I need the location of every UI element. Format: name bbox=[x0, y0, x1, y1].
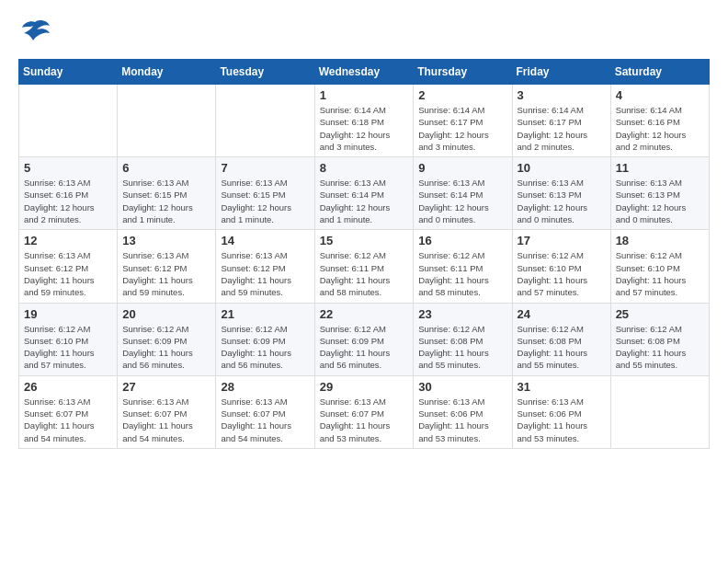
day-cell: 16Sunrise: 6:12 AMSunset: 6:11 PMDayligh… bbox=[414, 230, 512, 303]
day-info: Sunrise: 6:12 AMSunset: 6:10 PMDaylight:… bbox=[616, 249, 704, 298]
day-cell: 17Sunrise: 6:12 AMSunset: 6:10 PMDayligh… bbox=[512, 230, 610, 303]
day-cell: 8Sunrise: 6:13 AMSunset: 6:14 PMDaylight… bbox=[314, 157, 414, 230]
day-cell: 21Sunrise: 6:12 AMSunset: 6:09 PMDayligh… bbox=[216, 303, 314, 375]
day-info: Sunrise: 6:13 AMSunset: 6:07 PMDaylight:… bbox=[320, 396, 409, 444]
day-info: Sunrise: 6:12 AMSunset: 6:09 PMDaylight:… bbox=[122, 323, 210, 372]
day-info: Sunrise: 6:14 AMSunset: 6:17 PMDaylight:… bbox=[418, 104, 506, 153]
day-info: Sunrise: 6:12 AMSunset: 6:08 PMDaylight:… bbox=[518, 323, 606, 372]
day-info: Sunrise: 6:12 AMSunset: 6:10 PMDaylight:… bbox=[518, 249, 606, 298]
weekday-header-tuesday: Tuesday bbox=[216, 60, 314, 85]
weekday-header-saturday: Saturday bbox=[610, 60, 709, 85]
day-info: Sunrise: 6:13 AMSunset: 6:07 PMDaylight:… bbox=[24, 396, 112, 444]
day-cell: 7Sunrise: 6:13 AMSunset: 6:15 PMDaylight… bbox=[216, 157, 314, 230]
weekday-header-thursday: Thursday bbox=[414, 60, 512, 85]
weekday-header-friday: Friday bbox=[512, 60, 610, 85]
week-row-5: 26Sunrise: 6:13 AMSunset: 6:07 PMDayligh… bbox=[19, 375, 710, 448]
day-cell: 25Sunrise: 6:12 AMSunset: 6:08 PMDayligh… bbox=[610, 303, 709, 375]
day-info: Sunrise: 6:13 AMSunset: 6:06 PMDaylight:… bbox=[418, 396, 506, 444]
day-number: 17 bbox=[518, 234, 606, 247]
day-number: 19 bbox=[24, 307, 112, 321]
calendar: SundayMondayTuesdayWednesdayThursdayFrid… bbox=[18, 59, 710, 449]
day-cell: 28Sunrise: 6:13 AMSunset: 6:07 PMDayligh… bbox=[216, 375, 314, 448]
day-number: 30 bbox=[418, 380, 506, 394]
day-info: Sunrise: 6:14 AMSunset: 6:18 PMDaylight:… bbox=[320, 104, 409, 153]
day-info: Sunrise: 6:12 AMSunset: 6:09 PMDaylight:… bbox=[221, 323, 309, 372]
logo bbox=[18, 18, 55, 44]
day-cell: 18Sunrise: 6:12 AMSunset: 6:10 PMDayligh… bbox=[610, 230, 709, 303]
day-info: Sunrise: 6:13 AMSunset: 6:15 PMDaylight:… bbox=[122, 177, 210, 225]
day-info: Sunrise: 6:12 AMSunset: 6:08 PMDaylight:… bbox=[616, 323, 704, 372]
day-cell: 15Sunrise: 6:12 AMSunset: 6:11 PMDayligh… bbox=[314, 230, 414, 303]
day-info: Sunrise: 6:13 AMSunset: 6:13 PMDaylight:… bbox=[616, 177, 704, 225]
day-cell: 19Sunrise: 6:12 AMSunset: 6:10 PMDayligh… bbox=[19, 303, 118, 375]
day-cell: 20Sunrise: 6:12 AMSunset: 6:09 PMDayligh… bbox=[118, 303, 216, 375]
day-cell: 22Sunrise: 6:12 AMSunset: 6:09 PMDayligh… bbox=[314, 303, 414, 375]
day-number: 16 bbox=[418, 234, 506, 247]
day-number: 26 bbox=[24, 380, 112, 394]
day-cell: 5Sunrise: 6:13 AMSunset: 6:16 PMDaylight… bbox=[19, 157, 118, 230]
day-cell bbox=[118, 85, 216, 157]
day-number: 21 bbox=[221, 307, 309, 321]
day-number: 20 bbox=[122, 307, 210, 321]
day-number: 24 bbox=[518, 307, 606, 321]
day-number: 2 bbox=[418, 88, 506, 102]
day-info: Sunrise: 6:14 AMSunset: 6:16 PMDaylight:… bbox=[616, 104, 704, 153]
logo-icon bbox=[18, 18, 51, 44]
day-info: Sunrise: 6:13 AMSunset: 6:12 PMDaylight:… bbox=[24, 249, 112, 298]
day-cell: 30Sunrise: 6:13 AMSunset: 6:06 PMDayligh… bbox=[414, 375, 512, 448]
day-number: 31 bbox=[518, 380, 606, 394]
day-number: 15 bbox=[320, 234, 409, 247]
day-cell: 12Sunrise: 6:13 AMSunset: 6:12 PMDayligh… bbox=[19, 230, 118, 303]
day-number: 11 bbox=[616, 161, 704, 175]
day-number: 29 bbox=[320, 380, 409, 394]
day-cell bbox=[216, 85, 314, 157]
day-info: Sunrise: 6:12 AMSunset: 6:11 PMDaylight:… bbox=[320, 249, 409, 298]
day-number: 14 bbox=[221, 234, 309, 247]
weekday-header-monday: Monday bbox=[118, 60, 216, 85]
weekday-header-row: SundayMondayTuesdayWednesdayThursdayFrid… bbox=[19, 60, 710, 85]
day-number: 18 bbox=[616, 234, 704, 247]
day-number: 5 bbox=[24, 161, 112, 175]
week-row-3: 12Sunrise: 6:13 AMSunset: 6:12 PMDayligh… bbox=[19, 230, 710, 303]
day-cell: 11Sunrise: 6:13 AMSunset: 6:13 PMDayligh… bbox=[610, 157, 709, 230]
day-number: 1 bbox=[320, 88, 409, 102]
week-row-1: 1Sunrise: 6:14 AMSunset: 6:18 PMDaylight… bbox=[19, 85, 710, 157]
day-cell: 26Sunrise: 6:13 AMSunset: 6:07 PMDayligh… bbox=[19, 375, 118, 448]
day-cell: 1Sunrise: 6:14 AMSunset: 6:18 PMDaylight… bbox=[314, 85, 414, 157]
day-cell bbox=[19, 85, 118, 157]
day-cell: 29Sunrise: 6:13 AMSunset: 6:07 PMDayligh… bbox=[314, 375, 414, 448]
day-number: 6 bbox=[122, 161, 210, 175]
day-info: Sunrise: 6:12 AMSunset: 6:09 PMDaylight:… bbox=[320, 323, 409, 372]
day-info: Sunrise: 6:12 AMSunset: 6:10 PMDaylight:… bbox=[24, 323, 112, 372]
day-info: Sunrise: 6:13 AMSunset: 6:12 PMDaylight:… bbox=[221, 249, 309, 298]
day-cell: 24Sunrise: 6:12 AMSunset: 6:08 PMDayligh… bbox=[512, 303, 610, 375]
day-number: 23 bbox=[418, 307, 506, 321]
day-number: 8 bbox=[320, 161, 409, 175]
day-cell: 14Sunrise: 6:13 AMSunset: 6:12 PMDayligh… bbox=[216, 230, 314, 303]
day-info: Sunrise: 6:13 AMSunset: 6:14 PMDaylight:… bbox=[418, 177, 506, 225]
day-cell: 4Sunrise: 6:14 AMSunset: 6:16 PMDaylight… bbox=[610, 85, 709, 157]
day-number: 13 bbox=[122, 234, 210, 247]
day-cell: 9Sunrise: 6:13 AMSunset: 6:14 PMDaylight… bbox=[414, 157, 512, 230]
weekday-header-wednesday: Wednesday bbox=[314, 60, 414, 85]
day-info: Sunrise: 6:13 AMSunset: 6:15 PMDaylight:… bbox=[221, 177, 309, 225]
day-info: Sunrise: 6:14 AMSunset: 6:17 PMDaylight:… bbox=[518, 104, 606, 153]
day-number: 4 bbox=[616, 88, 704, 102]
day-cell: 31Sunrise: 6:13 AMSunset: 6:06 PMDayligh… bbox=[512, 375, 610, 448]
day-cell: 13Sunrise: 6:13 AMSunset: 6:12 PMDayligh… bbox=[118, 230, 216, 303]
day-number: 28 bbox=[221, 380, 309, 394]
day-info: Sunrise: 6:13 AMSunset: 6:06 PMDaylight:… bbox=[518, 396, 606, 444]
day-cell: 6Sunrise: 6:13 AMSunset: 6:15 PMDaylight… bbox=[118, 157, 216, 230]
day-cell bbox=[610, 375, 709, 448]
day-number: 12 bbox=[24, 234, 112, 247]
weekday-header-sunday: Sunday bbox=[19, 60, 118, 85]
week-row-2: 5Sunrise: 6:13 AMSunset: 6:16 PMDaylight… bbox=[19, 157, 710, 230]
day-number: 25 bbox=[616, 307, 704, 321]
day-info: Sunrise: 6:13 AMSunset: 6:07 PMDaylight:… bbox=[122, 396, 210, 444]
day-cell: 2Sunrise: 6:14 AMSunset: 6:17 PMDaylight… bbox=[414, 85, 512, 157]
day-info: Sunrise: 6:12 AMSunset: 6:11 PMDaylight:… bbox=[418, 249, 506, 298]
day-info: Sunrise: 6:12 AMSunset: 6:08 PMDaylight:… bbox=[418, 323, 506, 372]
day-cell: 10Sunrise: 6:13 AMSunset: 6:13 PMDayligh… bbox=[512, 157, 610, 230]
day-info: Sunrise: 6:13 AMSunset: 6:13 PMDaylight:… bbox=[518, 177, 606, 225]
day-info: Sunrise: 6:13 AMSunset: 6:07 PMDaylight:… bbox=[221, 396, 309, 444]
